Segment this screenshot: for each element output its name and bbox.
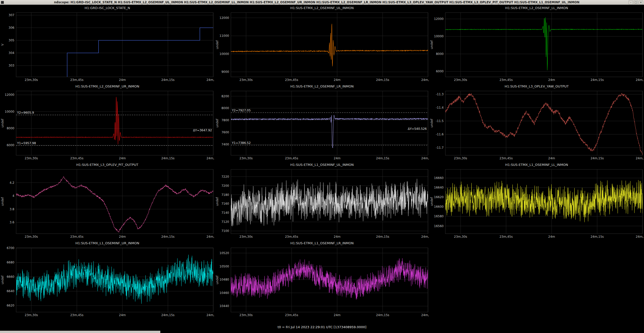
chart-trace [445, 180, 642, 222]
svg-text:23m,45s: 23m,45s [285, 78, 298, 82]
svg-text:24m,15s: 24m,15s [161, 235, 174, 238]
svg-text:24m: 24m [548, 157, 555, 160]
plot-canvas[interactable]: 16560165801660016620166401666023m,30s23m… [429, 168, 644, 240]
chart-svg: 16560165801660016620166401666023m,30s23m… [429, 168, 644, 240]
svg-text:23m,30s: 23m,30s [239, 78, 253, 82]
plot-title: H1:SUS-ETMX_L2_OSEMINF_LR_INMON [215, 83, 430, 89]
svg-text:16620: 16620 [434, 195, 444, 199]
chart-svg: 900010000110001200023m,30s23m,45s24m24m,… [215, 11, 430, 83]
svg-text:-11.3: -11.3 [436, 93, 444, 96]
svg-text:10000: 10000 [434, 35, 444, 38]
svg-text:23m,30s: 23m,30s [25, 157, 38, 160]
minimize-button[interactable]: – [629, 1, 633, 4]
svg-text:16640: 16640 [434, 186, 444, 189]
svg-text:23m,30s: 23m,30s [454, 235, 467, 238]
chart-svg: 7400760078008000820023m,30s23m,45s24m24m… [215, 89, 430, 161]
svg-text:24m,15s: 24m,15s [591, 157, 604, 160]
plot-canvas[interactable]: 60008000100001200023m,30s23m,45s24m24m,1… [0, 89, 215, 161]
plot-canvas[interactable]: 6620664066606680670023m,30s23m,45s24m24m… [0, 246, 215, 318]
plot-cell-l2-ll: H1:SUS-ETMX_L2_OSEMINF_LL_INMON 60008000… [429, 5, 644, 83]
svg-text:8000: 8000 [221, 106, 229, 110]
svg-text:-11.4: -11.4 [436, 106, 444, 109]
svg-text:-11.7: -11.7 [436, 146, 444, 149]
svg-text:23m,30s: 23m,30s [454, 157, 467, 160]
bottom-scrollbar[interactable] [0, 331, 160, 333]
svg-text:6680: 6680 [7, 261, 14, 264]
svg-text:24m,15s: 24m,15s [376, 235, 389, 238]
svg-text:undef: undef [1, 119, 4, 128]
svg-text:24m,15s: 24m,15s [161, 313, 174, 317]
chart-svg: 60008000100001200023m,30s23m,45s24m24m,1… [0, 89, 215, 161]
plot-cell-oplev-yaw: H1:SUS-ETMX_L3_OPLEV_YAW_OUTPUT -11.3-11… [429, 83, 644, 161]
svg-text:24m: 24m [334, 78, 341, 82]
plot-canvas[interactable]: 104401046010480105001052023m,30s23m,45s2… [215, 246, 430, 318]
svg-text:6640: 6640 [7, 289, 14, 293]
svg-text:24m,: 24m, [636, 157, 644, 160]
svg-text:7220: 7220 [221, 175, 229, 178]
svg-text:24m: 24m [334, 313, 341, 317]
svg-text:23m,30s: 23m,30s [25, 78, 38, 82]
plot-cell-empty [429, 240, 644, 318]
svg-text:24m,: 24m, [206, 78, 214, 82]
chart-svg: 3.63.844.223m,30s23m,45s24m24m,15s24m,un… [0, 168, 215, 240]
plot-canvas[interactable]: 60008000100001200023m,30s23m,45s24m24m,1… [429, 11, 644, 83]
plot-canvas[interactable]: 3.63.844.223m,30s23m,45s24m24m,15s24m,un… [0, 168, 215, 240]
plot-canvas[interactable]: 30330430530630723m,30s23m,45s24m24m,15s2… [0, 11, 215, 83]
chart-trace [445, 93, 642, 155]
svg-text:23m,45s: 23m,45s [70, 157, 83, 160]
chart-trace [231, 24, 428, 67]
svg-text:16600: 16600 [434, 205, 444, 208]
plot-cell-l1-ur: H1:SUS-ETMX_L1_OSEMINF_UR_INMON 66206640… [0, 240, 215, 318]
maximize-button[interactable]: □ [634, 1, 638, 4]
plot-canvas[interactable]: 900010000110001200023m,30s23m,45s24m24m,… [215, 11, 430, 83]
svg-text:8200: 8200 [221, 95, 229, 98]
svg-text:4: 4 [12, 194, 14, 198]
svg-text:-11.5: -11.5 [436, 119, 444, 123]
svg-text:303: 303 [9, 64, 14, 67]
plot-canvas[interactable]: 710071207140716071807200722023m,30s23m,4… [215, 168, 430, 240]
svg-text:7180: 7180 [221, 193, 229, 197]
svg-text:undef: undef [1, 276, 4, 284]
svg-text:Y1=5957.98: Y1=5957.98 [17, 141, 36, 145]
svg-text:10520: 10520 [219, 251, 229, 255]
svg-text:24m,15s: 24m,15s [161, 157, 174, 160]
svg-text:9000: 9000 [221, 70, 229, 74]
svg-text:24m: 24m [119, 313, 126, 317]
plot-canvas[interactable]: 7400760078008000820023m,30s23m,45s24m24m… [215, 89, 430, 161]
svg-text:6620: 6620 [7, 304, 14, 307]
svg-text:undef: undef [430, 40, 434, 49]
svg-text:8000: 8000 [436, 52, 444, 56]
chart-trace [231, 258, 428, 299]
svg-text:7400: 7400 [221, 143, 229, 146]
svg-text:24m: 24m [119, 235, 126, 238]
svg-text:24m,15s: 24m,15s [591, 78, 604, 82]
svg-text:24m,15s: 24m,15s [376, 78, 389, 82]
svg-text:10440: 10440 [219, 304, 229, 308]
chart-trace [445, 17, 642, 70]
svg-text:4.2: 4.2 [10, 181, 14, 185]
svg-text:23m,30s: 23m,30s [25, 313, 38, 317]
svg-text:6700: 6700 [7, 246, 14, 250]
chart-svg: 710071207140716071807200722023m,30s23m,4… [215, 168, 430, 240]
svg-text:12000: 12000 [219, 16, 229, 20]
chart-trace [16, 28, 213, 79]
svg-text:ΔY=3647.92: ΔY=3647.92 [193, 129, 212, 132]
plot-title: H1:SUS-ETMX_L1_OSEMINF_UL_INMON [215, 161, 430, 168]
plot-canvas[interactable]: -11.3-11.4-11.5-11.6-11.723m,30s23m,45s2… [429, 89, 644, 161]
svg-text:23m,45s: 23m,45s [500, 157, 513, 160]
svg-text:Y2=7927.05: Y2=7927.05 [232, 109, 251, 112]
chart-svg: 30330430530630723m,30s23m,45s24m24m,15s2… [0, 11, 215, 83]
svg-text:7100: 7100 [221, 229, 229, 233]
close-button[interactable]: × [639, 1, 643, 4]
plot-title: H1:SUS-ETMX_L2_OSEMINF_UR_INMON [0, 83, 215, 89]
svg-text:23m,45s: 23m,45s [500, 235, 513, 238]
svg-text:24m,: 24m, [206, 157, 214, 160]
plot-title: H1:SUS-ETMX_L1_OSEMINF_LR_INMON [215, 240, 430, 246]
svg-text:24m: 24m [548, 235, 555, 238]
svg-text:24m,: 24m, [206, 235, 214, 238]
plot-grid: H1:GRD-ISC_LOCK_STATE_N 3033043053063072… [0, 5, 644, 318]
svg-text:undef: undef [1, 197, 4, 206]
svg-text:24m: 24m [119, 78, 126, 82]
svg-text:Y1=7386.52: Y1=7386.52 [232, 141, 251, 145]
svg-text:24m: 24m [334, 235, 341, 238]
